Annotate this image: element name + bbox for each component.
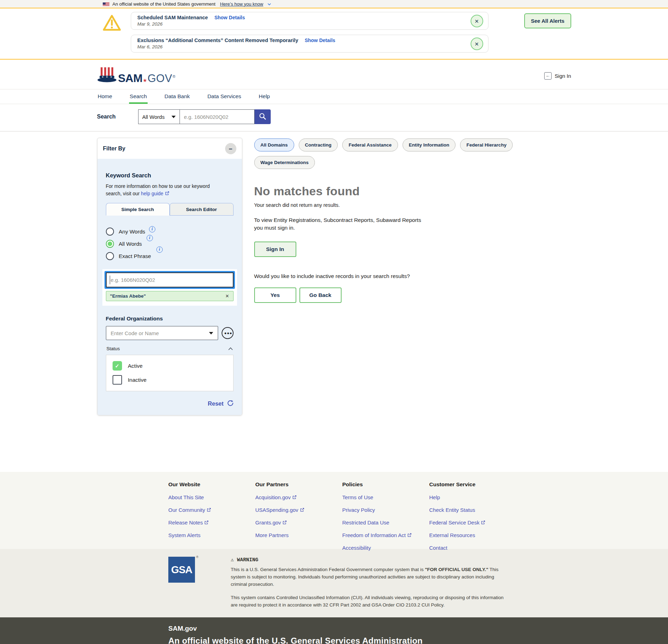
radio-label: Exact Phrase bbox=[119, 253, 151, 259]
search-input[interactable] bbox=[180, 109, 255, 124]
radio-all-words[interactable] bbox=[106, 240, 114, 248]
how-you-know-link[interactable]: Here’s how you know bbox=[220, 1, 263, 7]
checkbox-inactive[interactable] bbox=[113, 375, 122, 385]
footer-col-title: Policies bbox=[342, 481, 429, 488]
footer-link-restricted-data-use[interactable]: Restricted Data Use bbox=[342, 520, 389, 526]
footer-link-grants-gov[interactable]: Grants.gov bbox=[255, 520, 281, 526]
radio-exact-phrase[interactable] bbox=[106, 252, 114, 260]
chevron-down-icon bbox=[171, 116, 176, 118]
footer-link-acquisition-gov[interactable]: Acquisition.gov bbox=[255, 494, 291, 500]
info-icon[interactable]: i bbox=[156, 246, 163, 253]
no-matches-subtitle: Your search did not return any results. bbox=[254, 202, 571, 208]
footer-link-external-resources[interactable]: External Resources bbox=[429, 532, 475, 538]
nav-item-data-bank[interactable]: Data Bank bbox=[164, 89, 190, 104]
filter-by-title: Filter By bbox=[103, 145, 126, 152]
tab-simple-search[interactable]: Simple Search bbox=[106, 203, 170, 216]
go-back-button[interactable]: Go Back bbox=[299, 287, 342, 303]
checkbox-label: Inactive bbox=[128, 377, 147, 383]
keyword-info-text: For more information on how to use our k… bbox=[106, 183, 225, 197]
close-icon[interactable]: ✕ bbox=[471, 15, 483, 27]
footer-link-terms-of-use[interactable]: Terms of Use bbox=[342, 494, 373, 500]
footer-link-federal-service-desk[interactable]: Federal Service Desk bbox=[429, 520, 479, 526]
collapse-filters-button[interactable]: – bbox=[225, 143, 236, 154]
external-link-icon bbox=[204, 520, 209, 525]
footer-col-title: Our Partners bbox=[255, 481, 342, 488]
remove-chip-icon[interactable]: ✕ bbox=[225, 293, 229, 299]
chevron-up-icon[interactable] bbox=[228, 345, 233, 352]
search-mode-select[interactable]: All Words bbox=[138, 109, 180, 124]
main-nav: Home Search Data Bank Data Services Help bbox=[0, 89, 668, 104]
sign-in-button[interactable]: Sign In bbox=[254, 242, 296, 257]
filter-panel: Filter By – Keyword Search For more info… bbox=[97, 138, 242, 415]
reset-icon[interactable] bbox=[227, 400, 234, 407]
alert-title: Exclusions “Additional Comments” Content… bbox=[137, 38, 298, 43]
nav-item-help[interactable]: Help bbox=[258, 89, 271, 104]
warning-icon: ⚠ bbox=[231, 557, 234, 563]
info-icon[interactable]: i bbox=[147, 235, 153, 241]
alert-title: Scheduled SAM Maintenance bbox=[137, 15, 208, 20]
external-link-icon bbox=[282, 520, 287, 525]
info-icon[interactable]: i bbox=[149, 226, 155, 232]
close-icon[interactable]: ✕ bbox=[471, 38, 483, 50]
show-details-link[interactable]: Show Details bbox=[214, 15, 245, 20]
reset-link[interactable]: Reset bbox=[208, 400, 224, 407]
search-strip: Search All Words bbox=[0, 104, 668, 131]
nav-item-home[interactable]: Home bbox=[97, 89, 113, 104]
footer-link-more-partners[interactable]: More Partners bbox=[255, 532, 289, 538]
domain-tab-entity-information[interactable]: Entity Information bbox=[403, 138, 456, 151]
footer: Our Website About This Site Our Communit… bbox=[0, 472, 668, 549]
sam-gov-logo[interactable]: SAM★GOV® bbox=[97, 67, 176, 85]
domain-tab-all-domains[interactable]: All Domains bbox=[254, 138, 294, 151]
yes-button[interactable]: Yes bbox=[254, 287, 296, 303]
logo-sam-text: SAM bbox=[118, 72, 143, 85]
footer-link-foia[interactable]: Freedom of Information Act bbox=[342, 532, 406, 538]
tab-search-editor[interactable]: Search Editor bbox=[170, 203, 234, 216]
warning-paragraph-2: This system contains Controlled Unclassi… bbox=[231, 594, 511, 609]
domain-tab-contracting[interactable]: Contracting bbox=[299, 138, 338, 151]
more-options-button[interactable]: ●●● bbox=[222, 327, 234, 339]
footer-col-title: Our Website bbox=[168, 481, 255, 488]
footer-col-customer-service: Customer Service Help Check Entity Statu… bbox=[429, 481, 516, 549]
banner-text: An official website of the United States… bbox=[113, 1, 216, 7]
external-link-icon bbox=[165, 191, 169, 196]
show-details-link[interactable]: Show Details bbox=[305, 38, 335, 43]
footer-link-about-this-site[interactable]: About This Site bbox=[168, 494, 204, 500]
footer-link-privacy-policy[interactable]: Privacy Policy bbox=[342, 507, 375, 513]
keyword-input[interactable] bbox=[106, 272, 234, 287]
search-icon bbox=[259, 113, 266, 121]
footer-link-system-alerts[interactable]: System Alerts bbox=[168, 532, 201, 538]
nav-item-search[interactable]: Search bbox=[129, 89, 148, 104]
inactive-records-question: Would you like to include inactive recor… bbox=[254, 273, 571, 279]
radio-any-words[interactable] bbox=[106, 228, 114, 236]
footer-link-help[interactable]: Help bbox=[429, 494, 440, 500]
sign-in-note: To view Entity Registrations, Subcontrac… bbox=[254, 216, 430, 232]
search-button[interactable] bbox=[255, 109, 271, 124]
checkbox-active[interactable]: ✓ bbox=[113, 361, 122, 371]
main-content: Filter By – Keyword Search For more info… bbox=[0, 131, 668, 472]
footer-tagline: An official website of the U.S. General … bbox=[168, 636, 668, 644]
footer-link-release-notes[interactable]: Release Notes bbox=[168, 520, 203, 526]
footer-col-policies: Policies Terms of Use Privacy Policy Res… bbox=[342, 481, 429, 549]
see-all-alerts-button[interactable]: See All Alerts bbox=[524, 13, 571, 28]
domain-tab-federal-hierarchy[interactable]: Federal Hierarchy bbox=[460, 138, 513, 151]
bottom-footer: SAM.gov An official website of the U.S. … bbox=[0, 617, 668, 644]
footer-site-name: SAM.gov bbox=[168, 625, 668, 632]
nav-item-data-services[interactable]: Data Services bbox=[207, 89, 242, 104]
domain-tab-federal-assistance[interactable]: Federal Assistance bbox=[342, 138, 398, 151]
search-label: Search bbox=[97, 114, 138, 120]
sign-in-link[interactable]: ← Sign In bbox=[544, 72, 571, 80]
results-area: All Domains Contracting Federal Assistan… bbox=[254, 138, 571, 303]
federal-organizations-combobox[interactable]: Enter Code or Name bbox=[106, 326, 218, 340]
footer-link-check-entity-status[interactable]: Check Entity Status bbox=[429, 507, 475, 513]
footer-link-contact[interactable]: Contact bbox=[429, 545, 447, 551]
alerts-section: Scheduled SAM Maintenance Show Details M… bbox=[0, 8, 668, 60]
us-flag-icon bbox=[103, 2, 109, 6]
footer-link-accessibility[interactable]: Accessibility bbox=[342, 545, 371, 551]
help-guide-link[interactable]: help guide bbox=[141, 191, 163, 196]
domain-tab-wage-determinations[interactable]: Wage Determinations bbox=[254, 156, 315, 169]
radio-label: All Words bbox=[119, 241, 142, 247]
sign-in-icon: ← bbox=[544, 72, 552, 80]
footer-link-our-community[interactable]: Our Community bbox=[168, 507, 205, 513]
footer-link-usaspending-gov[interactable]: USASpending.gov bbox=[255, 507, 298, 513]
keyword-tabs: Simple Search Search Editor bbox=[106, 203, 234, 216]
